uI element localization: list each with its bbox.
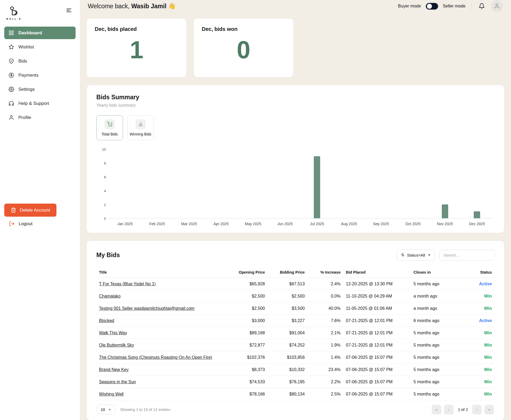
bid-closes-cell: 5 months ago <box>411 388 461 400</box>
bid-closes-cell: 5 months ago <box>411 339 461 351</box>
search-input[interactable] <box>439 250 494 261</box>
sidebar-item-label: Profile <box>18 115 31 120</box>
bid-title-link[interactable]: Ole Buttermilk Sky <box>99 343 134 347</box>
my-bids-card: My Bids ⇅ Status=All ▼ TitleOpening Pric… <box>87 241 504 420</box>
y-tick-label: 0 <box>104 217 106 221</box>
column-header: Title <box>96 267 228 278</box>
table-row: Ole Buttermilk Sky$72,877$74,2521.9%07-2… <box>96 339 494 351</box>
y-tick-label: 4 <box>104 189 106 193</box>
buyer-mode-label: Buyer mode <box>398 4 421 9</box>
bid-bidding-cell: $67,513 <box>267 278 307 290</box>
stats-row: Dec, bids placed 1 Dec, bids won 0 <box>87 19 504 77</box>
bid-opening-cell: $72,877 <box>228 339 268 351</box>
stat-label: Dec, bids won <box>202 26 285 32</box>
chart-plot-column: Jan 2025Feb 2025Mar 2025Apr 2025May 2025… <box>109 149 493 226</box>
table-footer: 10 ▼ Showing 1 to 10 of 12 entries « ‹ 1… <box>96 405 494 414</box>
sidebar-item-wishlist[interactable]: Wishlist <box>4 41 76 53</box>
sidebar-item-bids[interactable]: Bids <box>4 55 76 67</box>
chart-bar-slot <box>397 149 429 218</box>
page-size-value: 10 <box>101 407 105 412</box>
stat-label: Dec, bids placed <box>95 26 178 32</box>
logout-label: Logout <box>19 221 32 227</box>
my-bids-table: TitleOpening PriceBidding Price% Increas… <box>96 267 494 400</box>
sidebar-collapse-button[interactable] <box>64 6 73 16</box>
profile-avatar-button[interactable] <box>491 0 503 12</box>
sidebar-item-profile[interactable]: Profile <box>4 111 76 124</box>
table-row: Testing 001 Seller wasibjamilchiughtai@g… <box>96 302 494 315</box>
logout-button[interactable]: Logout <box>4 217 76 231</box>
topbar-actions: Buyer mode Seller mode <box>398 0 503 12</box>
bid-closes-cell: 6 months ago <box>411 315 461 327</box>
bid-title-link[interactable]: Chamalako <box>99 294 121 298</box>
status-badge: Win <box>461 351 494 364</box>
x-tick-label: May 2025 <box>237 222 269 226</box>
page-size-select[interactable]: 10 ▼ <box>97 405 115 414</box>
tab-label: Winning Bids <box>130 132 151 136</box>
tab-winning-bids[interactable]: Winning Bids <box>127 115 154 140</box>
bid-closes-cell: 5 months ago <box>411 278 461 290</box>
status-filter-dropdown[interactable]: ⇅ Status=All ▼ <box>397 249 435 261</box>
last-page-button[interactable]: » <box>484 405 494 414</box>
mode-toggle[interactable] <box>426 3 438 10</box>
bid-bidding-cell: $10,332 <box>267 364 307 376</box>
bid-title-link[interactable]: The Christmas Song (Chestnuts Roasting O… <box>99 355 212 360</box>
bid-title-link[interactable]: Brand New Key <box>99 367 129 372</box>
bid-title-cell: Seasons in the Sun <box>96 376 228 388</box>
bid-bidding-cell: $91,004 <box>267 327 307 339</box>
sidebar-item-dashboard[interactable]: Dashboard <box>4 27 76 39</box>
table-row: Seasons in the Sun$74,533$76,1952.2%07-0… <box>96 376 494 388</box>
column-header: Status <box>461 267 494 278</box>
trash-icon <box>11 207 16 213</box>
bid-opening-cell: $102,376 <box>228 351 268 364</box>
bid-closes-cell: 5 months ago <box>411 351 461 364</box>
sidebar-item-label: Payments <box>18 73 39 78</box>
x-tick-label: Feb 2025 <box>141 222 173 226</box>
sidebar-item-payments[interactable]: Payments <box>4 69 76 81</box>
table-row: Chamalako$2,500$2,5000.0%11-10-2025 @ 04… <box>96 290 494 302</box>
welcome-username: Wasib Jamil <box>131 3 166 10</box>
bid-increase-cell: 2.1% <box>307 327 343 339</box>
bid-title-link[interactable]: Testing 001 Seller wasibjamilchiughtai@g… <box>99 306 195 311</box>
bid-placed-cell: 07-06-2025 @ 15:07 PM <box>343 388 411 400</box>
chevron-down-icon: ▼ <box>108 408 111 411</box>
bid-opening-cell: $8,373 <box>228 364 268 376</box>
bid-title-cell: Blocked <box>96 315 228 327</box>
bid-bidding-cell: $3,500 <box>267 302 307 315</box>
sidebar: BOLL·E DashboardWishlistBidsPaymentsSett… <box>0 0 80 420</box>
bid-bidding-cell: $80,134 <box>267 388 307 400</box>
bid-bidding-cell: $2,500 <box>267 290 307 302</box>
sidebar-item-label: Wishlist <box>18 44 34 50</box>
brand-logo: BOLL·E <box>6 6 22 20</box>
tab-total-bids[interactable]: Total Bids <box>96 115 123 140</box>
chart-bar-slot <box>365 149 397 218</box>
next-page-button[interactable]: › <box>472 405 482 414</box>
chart-bar[interactable] <box>314 156 320 218</box>
chart-bar[interactable] <box>474 211 480 218</box>
x-tick-label: Jun 2025 <box>269 222 301 226</box>
notifications-button[interactable] <box>477 2 486 10</box>
bid-closes-cell: 5 months ago <box>411 364 461 376</box>
bid-bidding-cell: $74,252 <box>267 339 307 351</box>
bid-closes-cell: a month ago <box>411 290 461 302</box>
delete-account-button[interactable]: Delete Account <box>4 204 56 217</box>
bid-title-link[interactable]: T For Texas (Blue Yodel No 1) <box>99 282 156 286</box>
bid-increase-cell: 0.0% <box>307 290 343 302</box>
chart-bar[interactable] <box>442 204 448 218</box>
wave-emoji: 👋 <box>168 3 176 10</box>
sidebar-item-settings[interactable]: Settings <box>4 83 76 96</box>
my-bids-controls: ⇅ Status=All ▼ <box>397 249 494 261</box>
bid-title-link[interactable]: Blocked <box>99 318 114 323</box>
prev-page-button[interactable]: ‹ <box>444 405 454 414</box>
bid-title-link[interactable]: Wishing Well <box>99 392 123 396</box>
bid-title-link[interactable]: Seasons in the Sun <box>99 380 136 384</box>
x-tick-label: Sep 2025 <box>365 222 397 226</box>
sidebar-item-help-support[interactable]: Help & Support <box>4 97 76 110</box>
bid-placed-cell: 07-06-2025 @ 15:07 PM <box>343 364 411 376</box>
first-page-button[interactable]: « <box>432 405 441 414</box>
bid-title-link[interactable]: Walk This Way <box>99 331 127 335</box>
user-avatar-icon <box>494 3 500 9</box>
bids-bar-chart: 0246810 Jan 2025Feb 2025Mar 2025Apr 2025… <box>96 149 494 226</box>
chevron-down-icon: ▼ <box>428 253 431 257</box>
status-badge: Win <box>461 327 494 339</box>
bid-increase-cell: 7.6% <box>307 315 343 327</box>
